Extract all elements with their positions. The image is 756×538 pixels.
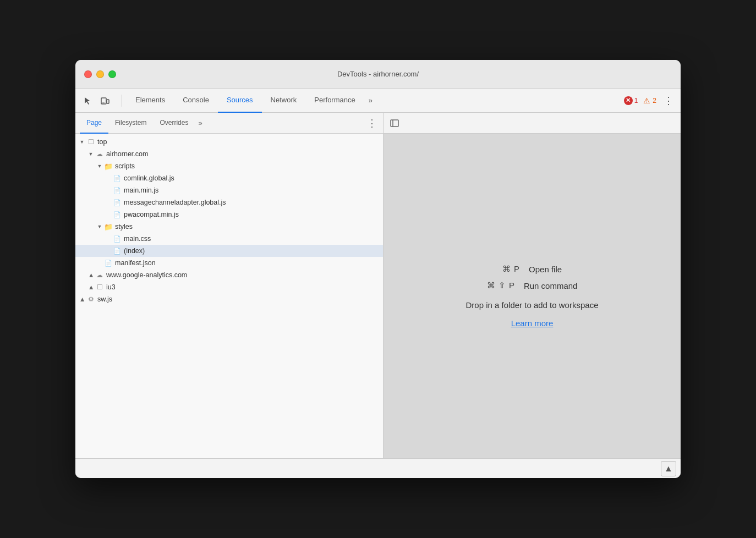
shortcut-key-open: ⌘ P [502, 264, 520, 274]
svg-rect-1 [107, 100, 109, 103]
toolbar-right: ✕ 1 ⚠ 2 ⋮ [624, 93, 676, 108]
tree-label-scripts: scripts [115, 162, 135, 170]
tree-item-main-css[interactable]: ▶ 📄 main.css [75, 233, 383, 245]
tab-overrides[interactable]: Overrides [153, 113, 195, 134]
learn-more-link[interactable]: Learn more [511, 319, 554, 328]
cloud-icon: ☁ [95, 150, 104, 158]
tree-label-main-css: main.css [124, 235, 151, 243]
tree-item-index[interactable]: ▶ 📄 (index) [75, 245, 383, 257]
chevron-right-icon: ▶ [86, 283, 95, 292]
more-tabs-button[interactable]: » [364, 96, 377, 105]
gear-icon: ⚙ [86, 295, 95, 304]
tab-filesystem[interactable]: Filesystem [108, 113, 153, 134]
sub-tabs: Page Filesystem Overrides » ⋮ [75, 113, 383, 134]
window-title: DevTools - airhorner.com/ [337, 70, 419, 78]
tab-sources[interactable]: Sources [218, 89, 262, 113]
folder-icon: 📁 [104, 162, 113, 171]
tab-console[interactable]: Console [174, 89, 218, 113]
right-panel: ⌘ P Open file ⌘ ⇧ P Run command Drop in … [384, 113, 681, 458]
console-toggle-icon: ▲ [664, 464, 673, 474]
toolbar: Elements Console Sources Network Perform… [75, 89, 681, 113]
cloud-icon: ☁ [95, 271, 104, 279]
subtabs-menu-button[interactable]: ⋮ [365, 117, 379, 130]
tree-label-manifest: manifest.json [115, 259, 156, 267]
titlebar: DevTools - airhorner.com/ [75, 60, 681, 89]
tree-item-styles[interactable]: ▼ 📁 styles [75, 221, 383, 233]
tab-network[interactable]: Network [262, 89, 306, 113]
tree-item-top[interactable]: ▼ ☐ top [75, 136, 383, 148]
svg-rect-3 [391, 120, 398, 127]
tree-label-main-min: main.min.js [124, 186, 158, 194]
chevron-right-icon: ▶ [86, 271, 95, 279]
shortcut-key-run: ⌘ ⇧ P [487, 281, 515, 290]
tree-item-scripts[interactable]: ▼ 📁 scripts [75, 160, 383, 172]
error-badge[interactable]: ✕ 1 [624, 96, 638, 105]
main-content: Page Filesystem Overrides » ⋮ ▼ ☐ top ▼ … [75, 113, 681, 458]
toolbar-tabs: Elements Console Sources Network Perform… [127, 89, 624, 113]
chevron-down-icon: ▼ [95, 162, 104, 171]
tree-label-pwacompat: pwacompat.min.js [124, 211, 179, 218]
shortcut-open-file: ⌘ P Open file [502, 264, 562, 274]
js-file-icon: 📄 [113, 186, 122, 195]
tree-label-index: (index) [124, 247, 145, 255]
tab-elements[interactable]: Elements [127, 89, 174, 113]
js-file-icon: 📄 [113, 174, 122, 183]
tree-label-styles: styles [115, 223, 133, 230]
devtools-window: DevTools - airhorner.com/ Elements Conso… [75, 60, 681, 478]
maximize-button[interactable] [108, 70, 116, 78]
warning-icon: ⚠ [642, 96, 651, 105]
frame-icon: ☐ [86, 138, 95, 146]
toolbar-icons [80, 93, 113, 108]
error-count: 1 [634, 97, 638, 105]
js-file-icon: 📄 [113, 210, 122, 219]
error-icon: ✕ [624, 96, 633, 105]
chevron-right-icon: ▶ [78, 295, 86, 304]
right-panel-content: ⌘ P Open file ⌘ ⇧ P Run command Drop in … [384, 134, 681, 458]
warning-badge[interactable]: ⚠ 2 [642, 96, 656, 105]
devtools-menu-button[interactable]: ⋮ [661, 93, 676, 108]
tree-label-sw: sw.js [97, 295, 112, 303]
tree-item-sw[interactable]: ▶ ⚙ sw.js [75, 293, 383, 305]
toolbar-divider [122, 95, 122, 107]
right-panel-header [384, 113, 681, 134]
tree-label-comlink: comlink.global.js [124, 174, 174, 182]
show-console-button[interactable]: ▲ [661, 461, 676, 476]
more-subtabs-button[interactable]: » [195, 119, 205, 127]
tab-performance[interactable]: Performance [305, 89, 364, 113]
shortcut-label-open: Open file [529, 265, 562, 274]
close-button[interactable] [84, 70, 92, 78]
frame-icon: ☐ [95, 283, 104, 292]
shortcut-label-run: Run command [524, 281, 578, 290]
tree-item-main-min[interactable]: ▶ 📄 main.min.js [75, 184, 383, 196]
tree-item-pwacompat[interactable]: ▶ 📄 pwacompat.min.js [75, 208, 383, 221]
left-panel: Page Filesystem Overrides » ⋮ ▼ ☐ top ▼ … [75, 113, 384, 458]
drop-folder-text: Drop in a folder to add to workspace [466, 300, 599, 310]
minimize-button[interactable] [96, 70, 104, 78]
css-file-icon: 📄 [113, 234, 122, 243]
tree-item-manifest[interactable]: ▶ 📄 manifest.json [75, 257, 383, 269]
tree-label-airhorner: airhorner.com [106, 150, 148, 158]
tree-item-analytics[interactable]: ▶ ☁ www.google-analytics.com [75, 269, 383, 281]
generic-file-icon: 📄 [113, 246, 122, 255]
bottom-bar: ▲ [75, 458, 681, 478]
tree-item-comlink[interactable]: ▶ 📄 comlink.global.js [75, 172, 383, 184]
tab-page[interactable]: Page [80, 113, 108, 134]
tree-item-messagechannel[interactable]: ▶ 📄 messagechanneladapter.global.js [75, 196, 383, 208]
chevron-down-icon: ▼ [78, 138, 86, 146]
tree-label-messagechannel: messagechanneladapter.global.js [124, 199, 226, 206]
traffic-lights [84, 70, 116, 78]
tree-label-iu3: iu3 [106, 283, 116, 291]
chevron-down-icon: ▼ [95, 222, 104, 231]
device-toolbar-button[interactable] [97, 93, 113, 108]
toggle-sidebar-button[interactable] [388, 117, 401, 130]
tree-label-analytics: www.google-analytics.com [106, 271, 187, 279]
shortcut-run-command: ⌘ ⇧ P Run command [487, 281, 578, 290]
generic-file-icon: 📄 [104, 259, 113, 267]
js-file-icon: 📄 [113, 198, 122, 207]
inspect-element-button[interactable] [80, 93, 95, 108]
warning-count: 2 [653, 97, 656, 105]
tree-item-iu3[interactable]: ▶ ☐ iu3 [75, 281, 383, 293]
tree-item-airhorner[interactable]: ▼ ☁ airhorner.com [75, 148, 383, 160]
folder-icon: 📁 [104, 222, 113, 231]
file-tree: ▼ ☐ top ▼ ☁ airhorner.com ▼ 📁 scripts [75, 134, 383, 458]
